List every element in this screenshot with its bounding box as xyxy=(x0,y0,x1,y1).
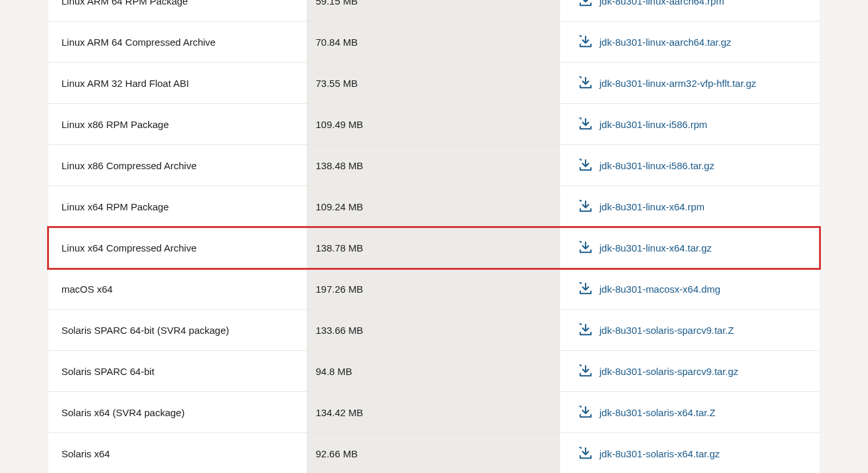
download-name: Linux ARM 32 Hard Float ABI xyxy=(48,78,307,89)
download-cell: jdk-8u301-solaris-x64.tar.gz xyxy=(560,447,820,460)
table-row: Solaris SPARC 64-bit (SVR4 package) 133.… xyxy=(48,310,820,351)
download-link[interactable]: jdk-8u301-solaris-sparcv9.tar.Z xyxy=(599,325,734,336)
download-cell: jdk-8u301-macosx-x64.dmg xyxy=(560,282,820,295)
download-cell: jdk-8u301-solaris-sparcv9.tar.gz xyxy=(560,365,820,378)
download-cell: jdk-8u301-linux-x64.rpm xyxy=(560,200,820,213)
download-link[interactable]: jdk-8u301-linux-arm32-vfp-hflt.tar.gz xyxy=(599,78,756,89)
download-size: 109.49 MB xyxy=(307,104,560,144)
table-row: Solaris SPARC 64-bit 94.8 MB jdk-8u301-s… xyxy=(48,351,820,392)
download-link[interactable]: jdk-8u301-linux-i586.rpm xyxy=(599,119,707,130)
download-size: 133.66 MB xyxy=(307,310,560,350)
download-link[interactable]: jdk-8u301-solaris-sparcv9.tar.gz xyxy=(599,366,739,377)
download-size: 94.8 MB xyxy=(307,351,560,391)
downloads-table: Linux ARM 64 RPM Package 59.15 MB jdk-8u… xyxy=(48,0,820,473)
table-row: macOS x64 197.26 MB jdk-8u301-macosx-x64… xyxy=(48,269,820,310)
table-row: Linux x86 RPM Package 109.49 MB jdk-8u30… xyxy=(48,104,820,145)
download-size: 73.55 MB xyxy=(307,63,560,103)
download-link[interactable]: jdk-8u301-linux-i586.tar.gz xyxy=(599,160,714,171)
download-size: 138.78 MB xyxy=(307,227,560,268)
table-row: Linux ARM 64 RPM Package 59.15 MB jdk-8u… xyxy=(48,0,820,22)
download-icon xyxy=(578,365,593,378)
download-link[interactable]: jdk-8u301-linux-aarch64.tar.gz xyxy=(599,37,731,48)
table-row: Linux ARM 32 Hard Float ABI 73.55 MB jdk… xyxy=(48,63,820,104)
table-row: Linux x86 Compressed Archive 138.48 MB j… xyxy=(48,145,820,186)
download-name: Linux ARM 64 RPM Package xyxy=(48,0,307,7)
download-name: macOS x64 xyxy=(48,284,307,295)
download-size: 134.42 MB xyxy=(307,392,560,432)
download-icon xyxy=(578,200,593,213)
download-cell: jdk-8u301-linux-x64.tar.gz xyxy=(560,241,820,254)
download-link[interactable]: jdk-8u301-solaris-x64.tar.Z xyxy=(599,407,716,418)
table-row: Linux ARM 64 Compressed Archive 70.84 MB… xyxy=(48,22,820,63)
download-cell: jdk-8u301-linux-i586.tar.gz xyxy=(560,159,820,172)
download-icon xyxy=(578,282,593,295)
table-row: Linux x64 RPM Package 109.24 MB jdk-8u30… xyxy=(48,186,820,227)
download-size: 59.15 MB xyxy=(307,0,560,21)
table-row: Solaris x64 (SVR4 package) 134.42 MB jdk… xyxy=(48,392,820,433)
download-cell: jdk-8u301-linux-arm32-vfp-hflt.tar.gz xyxy=(560,76,820,90)
download-cell: jdk-8u301-linux-aarch64.rpm xyxy=(560,0,820,7)
download-icon xyxy=(578,76,593,90)
download-name: Linux x64 Compressed Archive xyxy=(48,242,307,253)
download-link[interactable]: jdk-8u301-solaris-x64.tar.gz xyxy=(599,448,720,459)
download-link[interactable]: jdk-8u301-linux-aarch64.rpm xyxy=(599,0,724,7)
download-cell: jdk-8u301-linux-i586.rpm xyxy=(560,118,820,131)
download-icon xyxy=(578,118,593,131)
download-size: 92.66 MB xyxy=(307,433,560,473)
download-size: 197.26 MB xyxy=(307,269,560,309)
download-cell: jdk-8u301-solaris-sparcv9.tar.Z xyxy=(560,323,820,336)
download-icon xyxy=(578,447,593,460)
download-size: 138.48 MB xyxy=(307,145,560,186)
download-size: 109.24 MB xyxy=(307,186,560,227)
download-icon xyxy=(578,159,593,172)
download-cell: jdk-8u301-linux-aarch64.tar.gz xyxy=(560,35,820,48)
download-icon xyxy=(578,0,593,7)
download-cell: jdk-8u301-solaris-x64.tar.Z xyxy=(560,406,820,419)
download-name: Linux x86 RPM Package xyxy=(48,119,307,130)
download-icon xyxy=(578,406,593,419)
table-row: Linux x64 Compressed Archive 138.78 MB j… xyxy=(48,227,820,269)
download-icon xyxy=(578,323,593,336)
download-name: Solaris x64 (SVR4 package) xyxy=(48,407,307,418)
table-row: Solaris x64 92.66 MB jdk-8u301-solaris-x… xyxy=(48,433,820,473)
download-size: 70.84 MB xyxy=(307,22,560,62)
download-name: Solaris SPARC 64-bit (SVR4 package) xyxy=(48,325,307,336)
download-link[interactable]: jdk-8u301-macosx-x64.dmg xyxy=(599,284,720,295)
download-name: Solaris SPARC 64-bit xyxy=(48,366,307,377)
download-name: Linux ARM 64 Compressed Archive xyxy=(48,37,307,48)
download-link[interactable]: jdk-8u301-linux-x64.tar.gz xyxy=(599,242,712,253)
download-icon xyxy=(578,241,593,254)
download-name: Linux x86 Compressed Archive xyxy=(48,160,307,171)
download-icon xyxy=(578,35,593,48)
download-name: Solaris x64 xyxy=(48,448,307,459)
download-link[interactable]: jdk-8u301-linux-x64.rpm xyxy=(599,201,705,212)
download-name: Linux x64 RPM Package xyxy=(48,201,307,212)
